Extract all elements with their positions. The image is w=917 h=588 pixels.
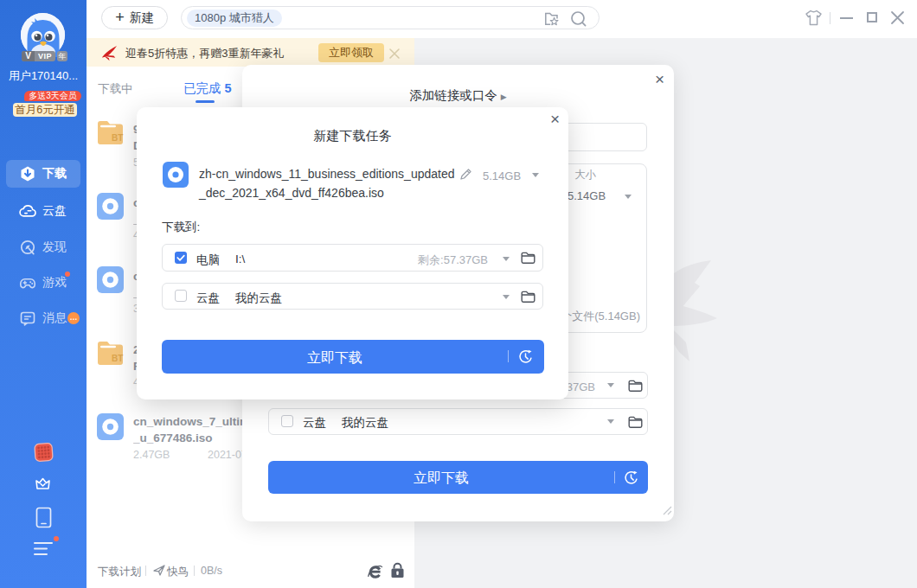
svg-text:BT: BT xyxy=(112,133,123,143)
svg-text:BT: BT xyxy=(112,354,123,363)
